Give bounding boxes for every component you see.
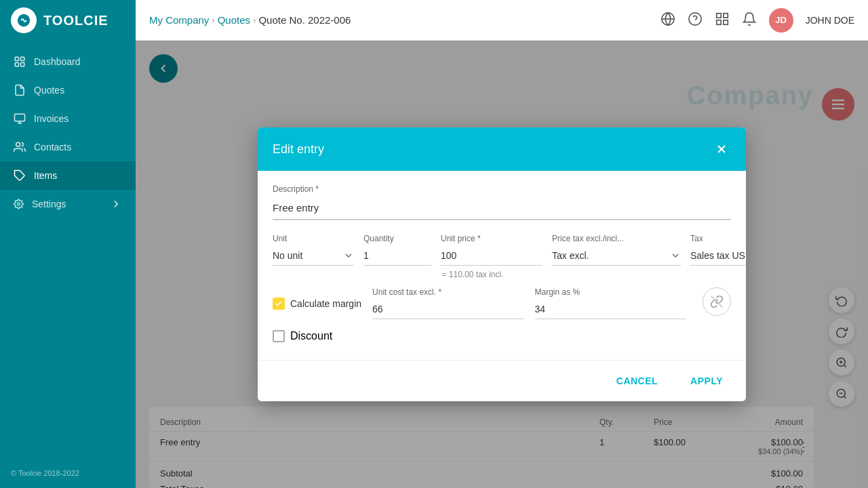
grid-icon[interactable] bbox=[715, 12, 730, 29]
calculate-margin-checkbox[interactable] bbox=[273, 298, 285, 310]
svg-rect-17 bbox=[716, 20, 720, 24]
topbar: My Company › Quotes › Quote No. 2022-006… bbox=[136, 0, 868, 41]
breadcrumb-sep1: › bbox=[212, 15, 214, 25]
calculate-margin-label[interactable]: Calculate margin bbox=[273, 298, 361, 310]
discount-section: Discount bbox=[273, 330, 731, 342]
svg-rect-5 bbox=[15, 114, 25, 121]
link-fields-button[interactable] bbox=[703, 287, 731, 316]
price-tax-label: Price tax excl./incl... bbox=[552, 234, 681, 243]
quantity-field-group: Quantity bbox=[363, 234, 431, 266]
unit-price-input[interactable] bbox=[441, 246, 542, 266]
sidebar-label-contacts: Contacts bbox=[34, 142, 71, 152]
tax-label: Tax bbox=[690, 234, 746, 243]
breadcrumb: My Company › Quotes › Quote No. 2022-006 bbox=[149, 14, 351, 26]
unit-select-value: No unit bbox=[273, 250, 340, 261]
bell-icon[interactable] bbox=[742, 12, 757, 29]
breadcrumb-company[interactable]: My Company bbox=[149, 14, 209, 26]
sidebar-item-settings[interactable]: Settings bbox=[0, 190, 136, 218]
modal-title: Edit entry bbox=[273, 142, 324, 157]
sidebar-item-quotes[interactable]: Quotes bbox=[0, 76, 136, 104]
sidebar: TOOLCIE Dashboard Quotes Invoices Contac… bbox=[0, 0, 136, 488]
unit-label: Unit bbox=[273, 234, 354, 243]
discount-checkbox[interactable] bbox=[273, 330, 285, 342]
calculate-margin-text: Calculate margin bbox=[290, 298, 361, 309]
margin-pct-field-group: Margin as % bbox=[535, 287, 686, 319]
unit-price-field-group: Unit price * bbox=[441, 234, 542, 266]
quantity-input[interactable] bbox=[363, 246, 431, 266]
svg-rect-18 bbox=[723, 20, 727, 24]
svg-rect-16 bbox=[723, 13, 727, 17]
unit-cost-label: Unit cost tax excl. * bbox=[372, 287, 524, 297]
sidebar-item-invoices[interactable]: Invoices bbox=[0, 104, 136, 133]
unit-cost-field-group: Unit cost tax excl. * bbox=[372, 287, 524, 319]
unit-cost-input[interactable] bbox=[372, 300, 524, 319]
margin-fields: Unit cost tax excl. * Margin as % bbox=[372, 287, 731, 319]
unit-select[interactable]: No unit bbox=[273, 246, 354, 266]
modal-footer: CANCEL APPLY bbox=[258, 360, 746, 401]
svg-rect-3 bbox=[15, 63, 18, 66]
sidebar-label-dashboard: Dashboard bbox=[34, 56, 81, 67]
breadcrumb-sep2: › bbox=[253, 15, 256, 25]
margin-section: Calculate margin Unit cost tax excl. * M… bbox=[273, 287, 731, 319]
unit-field-group: Unit No unit bbox=[273, 234, 354, 266]
username: JOHN DOE bbox=[806, 15, 854, 26]
svg-point-10 bbox=[18, 203, 20, 205]
quantity-label: Quantity bbox=[363, 234, 431, 243]
sidebar-item-contacts[interactable]: Contacts bbox=[0, 133, 136, 161]
tax-note: = 110.00 tax incl. bbox=[422, 268, 524, 279]
price-tax-field-group: Price tax excl./incl... Tax excl. bbox=[552, 234, 681, 266]
globe-icon[interactable] bbox=[660, 12, 675, 29]
tax-select-value: Sales tax US 10% bbox=[690, 250, 746, 261]
sidebar-footer: © Toolcie 2018-2022 bbox=[0, 458, 136, 488]
discount-label: Discount bbox=[290, 330, 332, 342]
svg-point-8 bbox=[16, 142, 20, 146]
sidebar-label-invoices: Invoices bbox=[34, 113, 68, 124]
tax-select[interactable]: Sales tax US 10% bbox=[690, 246, 746, 266]
margin-pct-input[interactable] bbox=[535, 300, 686, 319]
cancel-button[interactable]: CANCEL bbox=[608, 370, 666, 392]
price-tax-select[interactable]: Tax excl. bbox=[552, 246, 681, 266]
sidebar-label-items: Items bbox=[34, 170, 57, 181]
app-logo-icon bbox=[11, 7, 37, 33]
sidebar-item-dashboard[interactable]: Dashboard bbox=[0, 47, 136, 76]
modal-header: Edit entry bbox=[258, 127, 746, 171]
content-area: Company Description Qty. Price Amount Fr… bbox=[136, 41, 868, 488]
help-icon[interactable] bbox=[688, 12, 703, 29]
description-section: Description * Free entry bbox=[273, 184, 731, 220]
modal-body: Description * Free entry Unit No unit Qu… bbox=[258, 171, 746, 360]
description-value[interactable]: Free entry bbox=[273, 197, 731, 220]
description-label: Description * bbox=[273, 184, 731, 194]
apply-button[interactable]: APPLY bbox=[682, 370, 731, 392]
sidebar-item-items[interactable]: Items bbox=[0, 161, 136, 190]
app-name: TOOLCIE bbox=[43, 13, 108, 28]
svg-rect-1 bbox=[15, 57, 18, 60]
unit-price-label: Unit price * bbox=[441, 234, 542, 243]
topbar-actions: JD JOHN DOE bbox=[660, 8, 854, 33]
breadcrumb-section[interactable]: Quotes bbox=[218, 14, 250, 26]
svg-rect-2 bbox=[21, 57, 24, 60]
svg-point-13 bbox=[688, 12, 701, 24]
tax-field-group: Tax Sales tax US 10% bbox=[690, 234, 746, 266]
breadcrumb-current: Quote No. 2022-006 bbox=[258, 14, 351, 26]
sidebar-logo: TOOLCIE bbox=[0, 0, 136, 41]
sidebar-nav: Dashboard Quotes Invoices Contacts Items… bbox=[0, 41, 136, 458]
margin-pct-label: Margin as % bbox=[535, 287, 686, 297]
price-tax-value: Tax excl. bbox=[552, 250, 667, 261]
sidebar-label-quotes: Quotes bbox=[34, 85, 64, 96]
edit-entry-modal: Edit entry Description * Free entry Unit bbox=[258, 127, 746, 401]
sidebar-label-settings: Settings bbox=[32, 199, 66, 209]
main-content: My Company › Quotes › Quote No. 2022-006… bbox=[136, 0, 868, 488]
svg-rect-15 bbox=[716, 13, 720, 17]
avatar[interactable]: JD bbox=[769, 8, 793, 33]
modal-close-button[interactable] bbox=[712, 140, 731, 159]
svg-rect-4 bbox=[21, 63, 24, 66]
